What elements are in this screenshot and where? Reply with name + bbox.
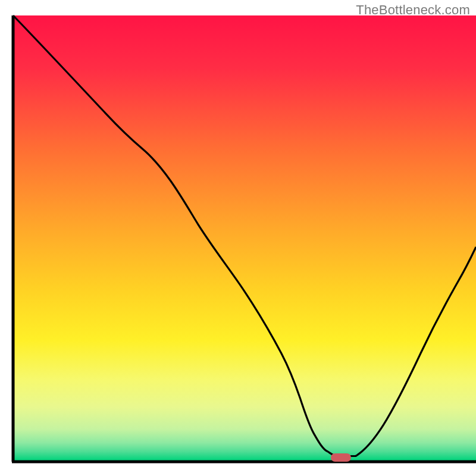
bottleneck-chart: [0, 0, 476, 476]
plot-background: [13, 15, 476, 461]
watermark-text: TheBottleneck.com: [356, 2, 470, 18]
marker-pill: [331, 453, 351, 462]
